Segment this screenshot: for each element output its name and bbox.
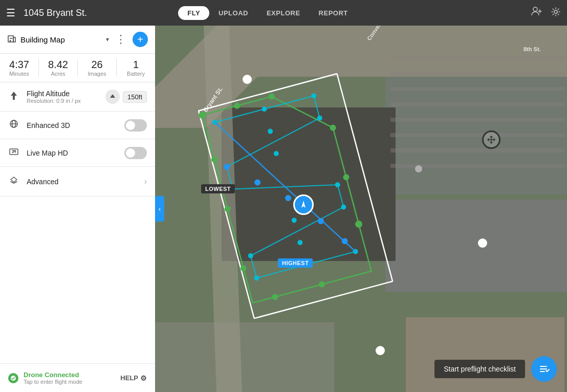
tab-upload[interactable]: UPLOAD bbox=[209, 6, 257, 20]
svg-rect-24 bbox=[390, 133, 564, 137]
svg-rect-5 bbox=[11, 38, 12, 39]
page-title: 1045 Bryant St. bbox=[24, 8, 87, 18]
sidebar-collapse-tab[interactable]: ‹ bbox=[155, 196, 164, 222]
altitude-value[interactable]: 150ft bbox=[123, 91, 147, 103]
sidebar-header: Building Map ▾ ⋮ + bbox=[0, 26, 155, 54]
svg-rect-14 bbox=[222, 107, 396, 261]
sidebar: Building Map ▾ ⋮ + 4:37 Minutes 8.42 Acr… bbox=[0, 26, 155, 392]
advanced-label: Advanced bbox=[27, 178, 58, 186]
add-button[interactable]: + bbox=[133, 32, 148, 47]
advanced-icon bbox=[8, 175, 19, 188]
lowest-label: LOWEST bbox=[201, 184, 235, 193]
building-map-icon bbox=[7, 34, 16, 45]
sidebar-footer: Drone Connected Tap to enter flight mode… bbox=[0, 363, 155, 392]
checklist-icon-button[interactable] bbox=[531, 356, 557, 382]
svg-rect-69 bbox=[540, 366, 547, 367]
svg-point-62 bbox=[243, 75, 252, 84]
dropdown-arrow-icon[interactable]: ▾ bbox=[106, 36, 109, 43]
drone-location-icon bbox=[293, 194, 314, 215]
main-layout: Building Map ▾ ⋮ + 4:37 Minutes 8.42 Acr… bbox=[0, 26, 567, 392]
enhanced-3d-icon bbox=[8, 119, 19, 132]
help-button[interactable]: HELP ⚙ bbox=[120, 374, 147, 382]
svg-text:8th St.: 8th St. bbox=[524, 46, 541, 52]
app-header: ☰ 1045 Bryant St. FLY UPLOAD EXPLORE REP… bbox=[0, 0, 567, 26]
svg-rect-13 bbox=[385, 200, 567, 292]
add-user-icon[interactable] bbox=[531, 7, 542, 19]
settings-icon[interactable] bbox=[551, 7, 561, 19]
svg-rect-16 bbox=[155, 322, 334, 392]
altitude-up-button[interactable] bbox=[105, 90, 120, 104]
stat-acres: 8.42 Acres bbox=[39, 59, 78, 77]
flight-altitude-setting: Flight Altitude Resolution: 0.9 in / px … bbox=[0, 82, 155, 112]
stats-row: 4:37 Minutes 8.42 Acres 26 Images 1 Batt… bbox=[0, 54, 155, 82]
svg-point-0 bbox=[533, 7, 537, 11]
svg-rect-21 bbox=[390, 87, 564, 91]
drone-status-text: Drone Connected Tap to enter flight mode bbox=[24, 371, 115, 385]
svg-rect-25 bbox=[390, 148, 564, 153]
tab-report[interactable]: REPORT bbox=[310, 6, 357, 20]
svg-point-1 bbox=[554, 10, 557, 13]
flight-altitude-icon bbox=[8, 91, 19, 103]
svg-rect-4 bbox=[10, 38, 11, 39]
svg-rect-9 bbox=[10, 149, 18, 155]
svg-rect-71 bbox=[540, 371, 545, 372]
svg-rect-20 bbox=[390, 72, 564, 76]
building-map-label: Building Map bbox=[20, 35, 102, 44]
enhanced-3d-setting: Enhanced 3D bbox=[0, 112, 155, 139]
nav-tabs: FLY UPLOAD EXPLORE REPORT bbox=[178, 6, 357, 20]
highest-label: HIGHEST bbox=[278, 258, 313, 268]
altitude-control: 150ft bbox=[105, 90, 147, 104]
header-icons bbox=[531, 7, 561, 19]
advanced-arrow-icon: › bbox=[144, 177, 147, 186]
drone-status-dot bbox=[8, 373, 18, 383]
preflight-checklist-button[interactable]: Start preflight checklist bbox=[434, 360, 525, 378]
bottom-right-controls: Start preflight checklist bbox=[434, 356, 557, 382]
stat-minutes: 4:37 Minutes bbox=[0, 59, 39, 77]
live-map-hd-setting: Live Map HD bbox=[0, 139, 155, 167]
map-overlay: Bryant St. Converse St. 8th St. bbox=[155, 26, 567, 392]
svg-rect-3 bbox=[13, 37, 15, 42]
svg-rect-6 bbox=[10, 40, 11, 42]
svg-rect-70 bbox=[540, 368, 547, 369]
stat-images: 26 Images bbox=[78, 59, 117, 77]
map-area[interactable]: Bryant St. Converse St. 8th St. LOWEST H… bbox=[155, 26, 567, 392]
advanced-item[interactable]: Advanced › bbox=[0, 167, 155, 197]
map-move-icon[interactable] bbox=[482, 130, 500, 149]
svg-rect-19 bbox=[390, 56, 564, 60]
more-options-icon[interactable]: ⋮ bbox=[113, 34, 128, 45]
svg-point-64 bbox=[376, 346, 385, 355]
enhanced-3d-toggle[interactable] bbox=[124, 119, 147, 132]
help-icon: ⚙ bbox=[140, 374, 147, 382]
live-map-hd-icon bbox=[8, 146, 19, 159]
live-map-hd-toggle[interactable] bbox=[124, 147, 147, 159]
tab-explore[interactable]: EXPLORE bbox=[257, 6, 310, 20]
stat-battery: 1 Battery bbox=[117, 59, 155, 77]
menu-icon[interactable]: ☰ bbox=[6, 7, 15, 19]
svg-point-65 bbox=[415, 165, 422, 172]
svg-rect-23 bbox=[390, 118, 564, 122]
tab-fly[interactable]: FLY bbox=[178, 6, 209, 20]
svg-point-63 bbox=[478, 238, 487, 248]
svg-rect-22 bbox=[390, 102, 564, 106]
